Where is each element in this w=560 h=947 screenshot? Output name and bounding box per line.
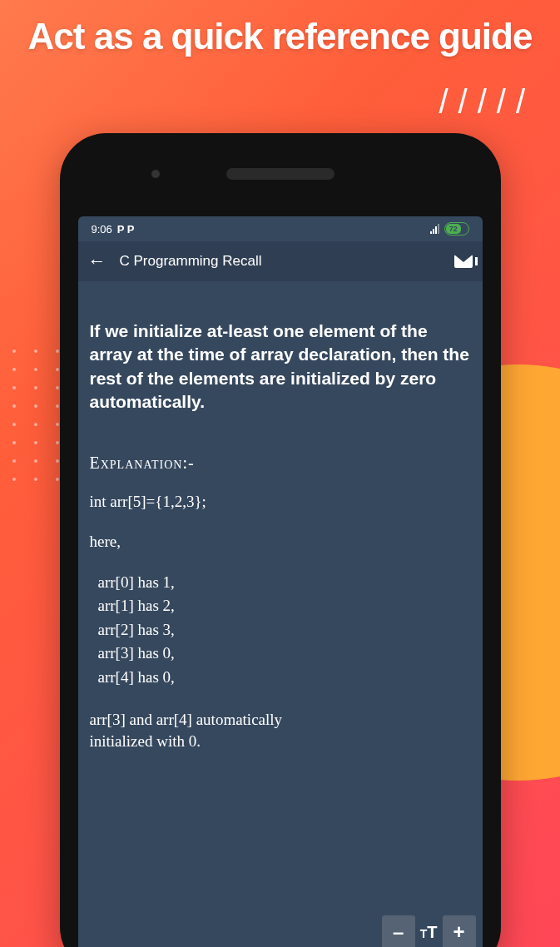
decorative-dots <box>12 350 62 481</box>
code-conclusion: arr[3] and arr[4] automatically initiali… <box>90 709 471 751</box>
concept-text: If we initialize at-least one element of… <box>90 320 471 414</box>
phone-screen: 9:06 P P 72 ← C Programming Recall If we… <box>78 216 483 947</box>
back-arrow-icon[interactable]: ← <box>88 250 107 272</box>
phone-camera <box>151 170 160 178</box>
font-controls: – TT + <box>382 915 476 947</box>
battery-icon: 72 <box>444 222 469 236</box>
code-arr4: arr[4] has 0, <box>90 666 471 690</box>
font-size-indicator: TT <box>420 923 438 942</box>
status-app-icons: P P <box>117 223 135 236</box>
status-time: 9:06 <box>92 223 112 236</box>
app-bar: ← C Programming Recall <box>78 241 483 281</box>
code-arr2: arr[2] has 3, <box>90 618 471 642</box>
phone-speaker <box>226 168 335 180</box>
explanation-label: Explanation:- <box>90 454 471 473</box>
font-increase-button[interactable]: + <box>443 915 476 947</box>
decorative-slashes: ///// <box>439 83 535 121</box>
code-declaration: int arr[5]={1,2,3}; <box>90 491 471 513</box>
code-arr1: arr[1] has 2, <box>90 594 471 618</box>
phone-frame: 9:06 P P 72 ← C Programming Recall If we… <box>60 133 501 947</box>
code-arr0: arr[0] has 1, <box>90 571 471 595</box>
conclusion-line2: initialized with 0. <box>90 731 471 752</box>
battery-level: 72 <box>446 224 462 234</box>
promo-headline: Act as a quick reference guide <box>0 0 560 59</box>
status-bar: 9:06 P P 72 <box>78 216 483 241</box>
code-here: here, <box>90 531 471 553</box>
app-title: C Programming Recall <box>120 253 454 270</box>
code-arr3: arr[3] has 0, <box>90 642 471 666</box>
conclusion-line1: arr[3] and arr[4] automatically <box>90 709 471 731</box>
signal-icon <box>430 224 439 234</box>
content-area[interactable]: If we initialize at-least one element of… <box>78 281 483 947</box>
font-decrease-button[interactable]: – <box>382 915 415 947</box>
code-values: arr[0] has 1, arr[1] has 2, arr[2] has 3… <box>90 571 471 690</box>
mail-icon[interactable] <box>454 255 473 268</box>
